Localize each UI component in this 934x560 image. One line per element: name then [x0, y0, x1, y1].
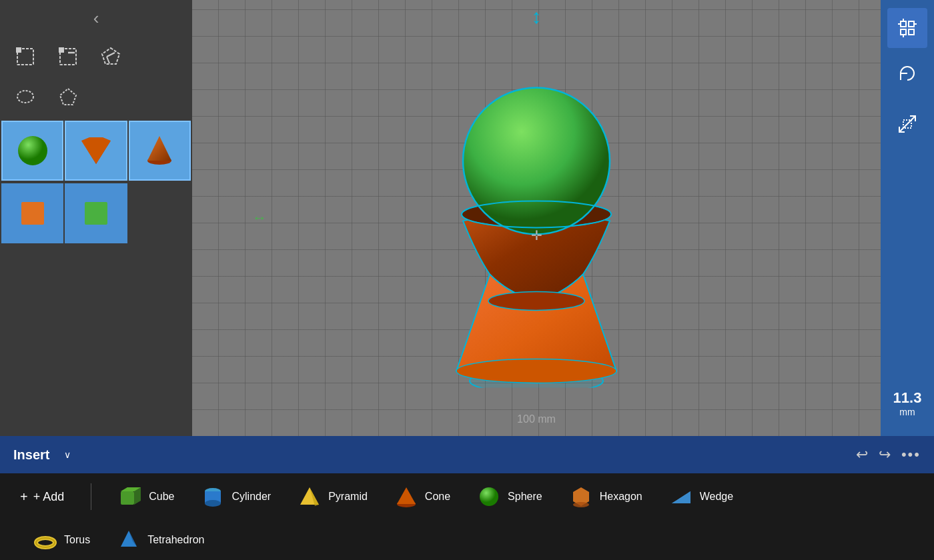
pyramid-label: Pyramid: [328, 491, 368, 503]
torus-icon: [33, 528, 57, 552]
insert-chevron[interactable]: ∨: [64, 449, 71, 460]
svg-marker-47: [672, 491, 690, 503]
insert-bar: Insert ∨ ↩ ↪ •••: [0, 436, 934, 473]
cylinder-icon: [201, 485, 225, 509]
toolbar-row-1: [0, 37, 192, 77]
dimension-value: 11.3: [893, 389, 922, 407]
shape-torus[interactable]: Torus: [20, 528, 103, 552]
svg-rect-23: [901, 21, 906, 27]
add-plus: +: [20, 489, 28, 505]
viewport[interactable]: ↕ ↔ ✛ 100 mm: [192, 0, 881, 436]
dimension-unit: mm: [893, 407, 922, 417]
svg-point-19: [488, 291, 584, 310]
sphere-label: Sphere: [508, 491, 542, 503]
svg-line-31: [899, 116, 915, 132]
wedge-label: Wedge: [700, 491, 733, 503]
svg-rect-1: [16, 47, 21, 53]
shape-wedge[interactable]: Wedge: [656, 485, 747, 509]
shape-cell-orange[interactable]: [1, 183, 63, 243]
shape-sphere[interactable]: Sphere: [464, 485, 556, 509]
shape-pyramid[interactable]: Pyramid: [284, 485, 381, 509]
right-panel: 11.3 mm: [881, 0, 934, 436]
wedge-icon: [669, 485, 693, 509]
cylinder-label: Cylinder: [231, 491, 271, 503]
svg-rect-33: [121, 491, 134, 505]
back-button[interactable]: ‹: [85, 3, 107, 34]
svg-rect-16: [85, 202, 107, 225]
svg-marker-50: [121, 531, 137, 547]
toolbar-divider: [91, 483, 91, 510]
move-handle[interactable]: ✛: [531, 227, 542, 243]
svg-marker-5: [102, 48, 119, 64]
cone-icon: [394, 485, 418, 509]
scale-tool[interactable]: [887, 104, 927, 144]
transform-tool[interactable]: [887, 8, 927, 48]
svg-marker-12: [81, 137, 111, 164]
left-panel: ‹: [0, 0, 192, 436]
paint-select-tool[interactable]: [96, 42, 125, 71]
rotate-tool[interactable]: [887, 53, 927, 93]
insert-bar-right: ↩ ↪ •••: [856, 446, 921, 463]
dimension-label: 100 mm: [517, 413, 556, 425]
hexagon-icon: [569, 485, 593, 509]
shape-grid: [0, 119, 192, 182]
svg-point-43: [480, 487, 498, 506]
shape-grid-row2: [0, 182, 192, 245]
toolbar-row-2: [0, 77, 192, 117]
polygon-tool[interactable]: [53, 82, 83, 111]
shape-cone[interactable]: Cone: [381, 485, 464, 509]
svg-point-8: [17, 91, 33, 103]
svg-rect-26: [909, 29, 914, 35]
shape-cell-cone[interactable]: [129, 121, 191, 181]
toolbar-row-2: Torus Tetrahedron: [0, 520, 934, 560]
svg-marker-14: [147, 136, 171, 161]
hexagon-label: Hexagon: [600, 491, 642, 503]
arrow-left[interactable]: ↔: [252, 209, 267, 227]
left-panel-header: ‹: [0, 0, 192, 37]
cone-label: Cone: [425, 491, 450, 503]
sphere-icon: [477, 485, 501, 509]
shape-cell-gem[interactable]: [65, 121, 127, 181]
svg-point-45: [573, 502, 589, 507]
insert-label: Insert: [13, 447, 49, 463]
svg-rect-15: [21, 202, 44, 225]
svg-line-7: [107, 57, 109, 63]
shape-hexagon[interactable]: Hexagon: [556, 485, 656, 509]
svg-marker-42: [397, 487, 416, 504]
cube-label: Cube: [149, 491, 174, 503]
more-button[interactable]: •••: [901, 446, 921, 463]
tetrahedron-icon: [117, 528, 141, 552]
select-subtract-tool[interactable]: [53, 42, 83, 71]
svg-point-10: [18, 136, 47, 165]
select-box-tool[interactable]: [11, 42, 40, 71]
svg-marker-9: [60, 89, 76, 105]
svg-rect-24: [909, 21, 914, 27]
shape-cube[interactable]: Cube: [105, 485, 187, 509]
tetrahedron-label: Tetrahedron: [147, 534, 204, 546]
shape-tetrahedron[interactable]: Tetrahedron: [103, 528, 217, 552]
dimension-display: 11.3 mm: [893, 384, 922, 428]
undo-button[interactable]: ↩: [856, 446, 868, 463]
redo-button[interactable]: ↪: [879, 446, 891, 463]
shape-cylinder[interactable]: Cylinder: [187, 485, 284, 509]
pyramid-icon: [298, 485, 322, 509]
main-area: ‹: [0, 0, 934, 436]
shape-cell-sphere[interactable]: [1, 121, 63, 181]
toolbar-row-1: + + Add Cube Cy: [0, 473, 934, 520]
svg-point-38: [205, 500, 221, 507]
lasso-tool[interactable]: [11, 82, 40, 111]
add-label: + Add: [33, 490, 65, 504]
cube-icon: [118, 485, 142, 509]
svg-line-6: [107, 53, 115, 57]
svg-point-21: [463, 87, 610, 234]
svg-rect-25: [901, 29, 906, 35]
bottom-toolbar: + + Add Cube Cy: [0, 473, 934, 560]
svg-rect-3: [59, 47, 64, 53]
arrow-up[interactable]: ↕: [532, 5, 542, 28]
svg-point-18: [456, 359, 616, 383]
shape-cell-green[interactable]: [65, 183, 127, 243]
add-button[interactable]: + + Add: [20, 489, 77, 505]
torus-label: Torus: [64, 534, 90, 546]
